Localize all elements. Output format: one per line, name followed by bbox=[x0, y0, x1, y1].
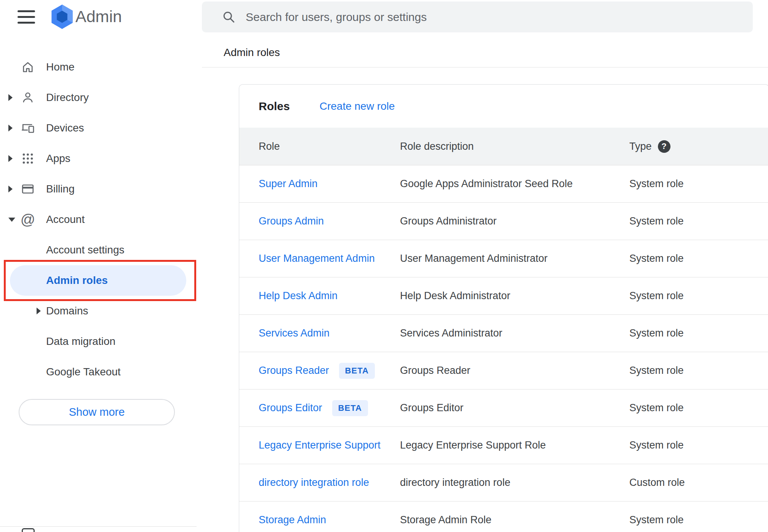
sidebar-item-account-settings[interactable]: Account settings bbox=[0, 235, 202, 265]
search-bar[interactable] bbox=[202, 2, 753, 32]
admin-logo-icon[interactable] bbox=[49, 3, 75, 30]
billing-icon bbox=[21, 182, 35, 196]
sidebar-item-label: Account settings bbox=[46, 244, 124, 256]
search-input[interactable] bbox=[246, 11, 741, 24]
menu-icon[interactable] bbox=[18, 10, 35, 24]
table-row: directory integration roledirectory inte… bbox=[239, 464, 768, 502]
role-link[interactable]: Services Admin bbox=[259, 327, 330, 339]
table-row: Legacy Enterprise SupportLegacy Enterpri… bbox=[239, 427, 768, 464]
app-title: Admin bbox=[75, 6, 122, 26]
role-cell: Super Admin bbox=[259, 178, 400, 190]
beta-badge: BETA bbox=[332, 400, 368, 416]
title-divider bbox=[202, 67, 768, 67]
sidebar-item-label: Apps bbox=[46, 152, 70, 165]
role-cell: Groups Admin bbox=[259, 215, 400, 227]
search-icon bbox=[222, 10, 236, 24]
sidebar-item-label: Data migration bbox=[46, 335, 115, 348]
role-description: Help Desk Administrator bbox=[400, 290, 629, 302]
partial-bottom-icon bbox=[22, 528, 35, 532]
sidebar-item-label: Admin roles bbox=[46, 274, 108, 287]
devices-icon bbox=[21, 121, 35, 135]
sidebar-bottom-divider bbox=[0, 526, 197, 527]
role-link[interactable]: Storage Admin bbox=[259, 514, 326, 526]
table-row: Groups EditorBETAGroups EditorSystem rol… bbox=[239, 389, 768, 427]
beta-badge: BETA bbox=[339, 363, 375, 379]
role-description: Services Administrator bbox=[400, 327, 629, 339]
role-description: Google Apps Administrator Seed Role bbox=[400, 178, 629, 190]
sidebar-item-label: Google Takeout bbox=[46, 366, 121, 378]
role-type: System role bbox=[629, 327, 768, 339]
sidebar-item-label: Account bbox=[46, 213, 85, 226]
role-description: Legacy Enterprise Support Role bbox=[400, 439, 629, 451]
sidebar: Admin HomeDirectoryDevicesAppsBilling@Ac… bbox=[0, 0, 202, 532]
role-link[interactable]: User Management Admin bbox=[259, 253, 375, 264]
table-header-row: Role Role description Type ? bbox=[239, 128, 768, 165]
chevron-right-icon[interactable] bbox=[8, 186, 13, 192]
role-cell: Groups EditorBETA bbox=[259, 400, 400, 416]
sidebar-item-label: Devices bbox=[46, 122, 84, 134]
sidebar-item-label: Billing bbox=[46, 183, 75, 195]
role-type: Custom role bbox=[629, 477, 768, 489]
role-description: Groups Administrator bbox=[400, 215, 629, 227]
apps-icon bbox=[21, 152, 35, 165]
page-title: Admin roles bbox=[224, 46, 280, 59]
role-cell: Storage Admin bbox=[259, 514, 400, 526]
role-type: System role bbox=[629, 365, 768, 377]
role-description: Storage Admin Role bbox=[400, 514, 629, 526]
role-cell: Help Desk Admin bbox=[259, 290, 400, 302]
role-description: Groups Editor bbox=[400, 402, 629, 414]
help-icon[interactable]: ? bbox=[658, 140, 670, 153]
sidebar-item-billing[interactable]: Billing bbox=[0, 174, 202, 204]
role-link[interactable]: Groups Reader bbox=[259, 365, 329, 377]
sidebar-item-apps[interactable]: Apps bbox=[0, 143, 202, 174]
role-cell: User Management Admin bbox=[259, 253, 400, 264]
sidebar-item-directory[interactable]: Directory bbox=[0, 82, 202, 113]
table-row: Services AdminServices AdministratorSyst… bbox=[239, 315, 768, 352]
role-type: System role bbox=[629, 514, 768, 526]
roles-card-header: Roles Create new role bbox=[239, 85, 768, 128]
role-link[interactable]: directory integration role bbox=[259, 477, 369, 489]
sidebar-item-account[interactable]: @Account bbox=[0, 204, 202, 235]
chevron-right-icon[interactable] bbox=[37, 308, 41, 314]
table-row: Groups AdminGroups AdministratorSystem r… bbox=[239, 203, 768, 240]
home-icon bbox=[21, 60, 35, 74]
table-row: Groups ReaderBETAGroups ReaderSystem rol… bbox=[239, 352, 768, 389]
chevron-down-icon[interactable] bbox=[8, 218, 15, 222]
sidebar-item-google-takeout[interactable]: Google Takeout bbox=[0, 357, 202, 387]
role-link[interactable]: Super Admin bbox=[259, 178, 318, 190]
sidebar-item-home[interactable]: Home bbox=[0, 52, 202, 82]
sidebar-nav: HomeDirectoryDevicesAppsBilling@AccountA… bbox=[0, 52, 202, 387]
table-row: User Management AdminUser Management Adm… bbox=[239, 240, 768, 277]
table-row: Help Desk AdminHelp Desk AdministratorSy… bbox=[239, 277, 768, 315]
sidebar-item-data-migration[interactable]: Data migration bbox=[0, 326, 202, 357]
role-cell: Legacy Enterprise Support bbox=[259, 439, 400, 451]
role-description: directory integration role bbox=[400, 477, 629, 489]
chevron-right-icon[interactable] bbox=[8, 125, 13, 131]
role-link[interactable]: Groups Admin bbox=[259, 215, 324, 227]
roles-card: Roles Create new role Role Role descript… bbox=[239, 84, 768, 532]
sidebar-item-devices[interactable]: Devices bbox=[0, 113, 202, 143]
create-new-role-link[interactable]: Create new role bbox=[320, 100, 395, 112]
table-row: Super AdminGoogle Apps Administrator See… bbox=[239, 165, 768, 203]
sidebar-item-label: Directory bbox=[46, 91, 89, 104]
chevron-right-icon[interactable] bbox=[8, 155, 13, 162]
roles-title: Roles bbox=[259, 100, 290, 113]
chevron-right-icon[interactable] bbox=[8, 94, 13, 101]
role-link[interactable]: Legacy Enterprise Support bbox=[259, 439, 381, 451]
person-icon bbox=[21, 91, 35, 104]
role-type: System role bbox=[629, 215, 768, 227]
sidebar-item-domains[interactable]: Domains bbox=[0, 296, 202, 326]
at-icon: @ bbox=[21, 213, 35, 226]
role-cell: Groups ReaderBETA bbox=[259, 363, 400, 379]
role-description: Groups Reader bbox=[400, 365, 629, 377]
roles-table-body: Super AdminGoogle Apps Administrator See… bbox=[239, 165, 768, 532]
show-more-button[interactable]: Show more bbox=[19, 399, 175, 425]
role-type: System role bbox=[629, 402, 768, 414]
column-header-type: Type ? bbox=[629, 140, 768, 153]
role-link[interactable]: Help Desk Admin bbox=[259, 290, 338, 302]
sidebar-item-admin-roles[interactable]: Admin roles bbox=[10, 265, 186, 296]
sidebar-item-label: Domains bbox=[46, 305, 88, 317]
column-header-description: Role description bbox=[400, 141, 629, 152]
role-type: System role bbox=[629, 439, 768, 451]
role-link[interactable]: Groups Editor bbox=[259, 402, 322, 414]
